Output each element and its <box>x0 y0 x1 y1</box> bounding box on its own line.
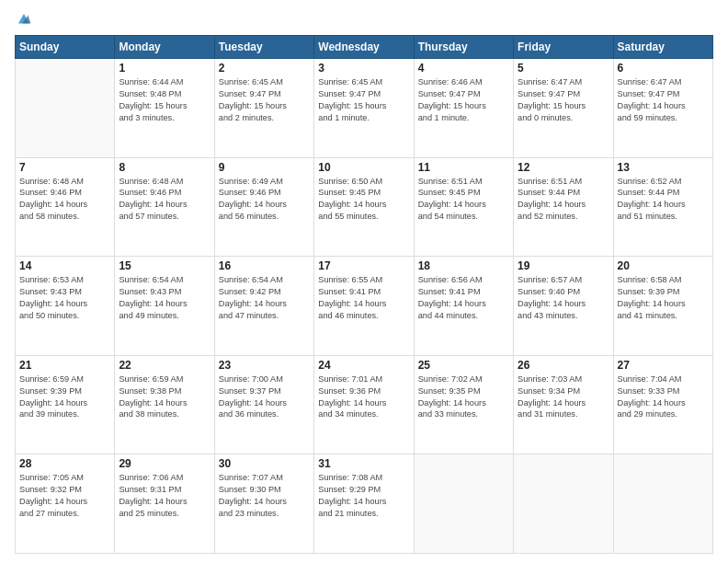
weekday-header-monday: Monday <box>115 36 214 59</box>
calendar-cell <box>514 454 613 554</box>
day-number: 9 <box>219 161 310 174</box>
day-info: Sunrise: 6:45 AMSunset: 9:47 PMDaylight:… <box>318 76 409 124</box>
calendar-cell: 11Sunrise: 6:51 AMSunset: 9:45 PMDayligh… <box>414 157 513 257</box>
day-info: Sunrise: 6:50 AMSunset: 9:45 PMDaylight:… <box>318 176 409 224</box>
header <box>15 11 713 28</box>
calendar-cell: 4Sunrise: 6:46 AMSunset: 9:47 PMDaylight… <box>414 59 513 158</box>
calendar-cell: 25Sunrise: 7:02 AMSunset: 9:35 PMDayligh… <box>414 355 513 454</box>
calendar-cell: 6Sunrise: 6:47 AMSunset: 9:47 PMDaylight… <box>613 59 712 158</box>
day-info: Sunrise: 6:48 AMSunset: 9:46 PMDaylight:… <box>19 176 110 224</box>
calendar-cell: 3Sunrise: 6:45 AMSunset: 9:47 PMDaylight… <box>314 59 414 158</box>
calendar-cell: 22Sunrise: 6:59 AMSunset: 9:38 PMDayligh… <box>115 355 214 454</box>
day-number: 12 <box>518 161 609 174</box>
calendar-cell: 18Sunrise: 6:56 AMSunset: 9:41 PMDayligh… <box>414 257 513 356</box>
day-info: Sunrise: 6:59 AMSunset: 9:38 PMDaylight:… <box>119 373 210 421</box>
day-info: Sunrise: 6:49 AMSunset: 9:46 PMDaylight:… <box>219 176 310 224</box>
day-number: 14 <box>19 259 110 272</box>
day-info: Sunrise: 7:07 AMSunset: 9:30 PMDaylight:… <box>219 472 310 520</box>
calendar-cell: 5Sunrise: 6:47 AMSunset: 9:47 PMDaylight… <box>514 59 613 158</box>
page: SundayMondayTuesdayWednesdayThursdayFrid… <box>0 0 728 563</box>
weekday-header-tuesday: Tuesday <box>214 36 313 59</box>
day-number: 17 <box>318 259 409 272</box>
day-number: 11 <box>418 161 509 174</box>
day-number: 18 <box>418 259 509 272</box>
day-info: Sunrise: 6:58 AMSunset: 9:39 PMDaylight:… <box>618 274 709 322</box>
day-number: 27 <box>618 359 709 372</box>
day-info: Sunrise: 7:02 AMSunset: 9:35 PMDaylight:… <box>418 373 509 421</box>
calendar-cell: 16Sunrise: 6:54 AMSunset: 9:42 PMDayligh… <box>214 257 313 356</box>
day-number: 19 <box>518 259 609 272</box>
calendar-cell: 27Sunrise: 7:04 AMSunset: 9:33 PMDayligh… <box>613 355 712 454</box>
day-number: 30 <box>219 457 310 470</box>
calendar-cell: 2Sunrise: 6:45 AMSunset: 9:47 PMDaylight… <box>214 59 313 158</box>
day-info: Sunrise: 6:55 AMSunset: 9:41 PMDaylight:… <box>318 274 409 322</box>
day-info: Sunrise: 6:54 AMSunset: 9:43 PMDaylight:… <box>119 274 210 322</box>
day-number: 2 <box>219 62 310 75</box>
day-number: 23 <box>219 359 310 372</box>
calendar-cell: 9Sunrise: 6:49 AMSunset: 9:46 PMDaylight… <box>214 157 313 257</box>
day-number: 15 <box>119 259 210 272</box>
calendar-week-5: 28Sunrise: 7:05 AMSunset: 9:32 PMDayligh… <box>16 454 713 554</box>
calendar-table: SundayMondayTuesdayWednesdayThursdayFrid… <box>15 35 713 554</box>
day-info: Sunrise: 7:01 AMSunset: 9:36 PMDaylight:… <box>318 373 409 421</box>
calendar-cell <box>613 454 712 554</box>
day-number: 25 <box>418 359 509 372</box>
day-number: 6 <box>618 62 709 75</box>
calendar-cell: 20Sunrise: 6:58 AMSunset: 9:39 PMDayligh… <box>613 257 712 356</box>
day-info: Sunrise: 7:08 AMSunset: 9:29 PMDaylight:… <box>318 472 409 520</box>
day-number: 20 <box>618 259 709 272</box>
calendar-cell: 17Sunrise: 6:55 AMSunset: 9:41 PMDayligh… <box>314 257 414 356</box>
calendar-cell: 13Sunrise: 6:52 AMSunset: 9:44 PMDayligh… <box>613 157 712 257</box>
day-number: 10 <box>318 161 409 174</box>
calendar-cell: 23Sunrise: 7:00 AMSunset: 9:37 PMDayligh… <box>214 355 313 454</box>
calendar-cell: 28Sunrise: 7:05 AMSunset: 9:32 PMDayligh… <box>16 454 115 554</box>
day-number: 1 <box>119 62 210 75</box>
day-number: 3 <box>318 62 409 75</box>
day-number: 24 <box>318 359 409 372</box>
calendar-cell: 14Sunrise: 6:53 AMSunset: 9:43 PMDayligh… <box>16 257 115 356</box>
day-info: Sunrise: 7:04 AMSunset: 9:33 PMDaylight:… <box>618 373 709 421</box>
calendar-cell: 31Sunrise: 7:08 AMSunset: 9:29 PMDayligh… <box>314 454 414 554</box>
day-number: 29 <box>119 457 210 470</box>
day-number: 7 <box>19 161 110 174</box>
day-info: Sunrise: 6:59 AMSunset: 9:39 PMDaylight:… <box>19 373 110 421</box>
calendar-cell: 10Sunrise: 6:50 AMSunset: 9:45 PMDayligh… <box>314 157 414 257</box>
calendar-cell: 8Sunrise: 6:48 AMSunset: 9:46 PMDaylight… <box>115 157 214 257</box>
calendar-header-row: SundayMondayTuesdayWednesdayThursdayFrid… <box>16 36 713 59</box>
day-number: 31 <box>318 457 409 470</box>
day-info: Sunrise: 6:57 AMSunset: 9:40 PMDaylight:… <box>518 274 609 322</box>
day-number: 5 <box>518 62 609 75</box>
day-info: Sunrise: 6:46 AMSunset: 9:47 PMDaylight:… <box>418 76 509 124</box>
logo <box>15 11 32 28</box>
weekday-header-sunday: Sunday <box>16 36 115 59</box>
weekday-header-saturday: Saturday <box>613 36 712 59</box>
day-number: 28 <box>19 457 110 470</box>
day-number: 26 <box>518 359 609 372</box>
day-info: Sunrise: 7:06 AMSunset: 9:31 PMDaylight:… <box>119 472 210 520</box>
calendar-cell: 29Sunrise: 7:06 AMSunset: 9:31 PMDayligh… <box>115 454 214 554</box>
weekday-header-thursday: Thursday <box>414 36 513 59</box>
day-number: 4 <box>418 62 509 75</box>
calendar-week-4: 21Sunrise: 6:59 AMSunset: 9:39 PMDayligh… <box>16 355 713 454</box>
day-number: 16 <box>219 259 310 272</box>
calendar-week-2: 7Sunrise: 6:48 AMSunset: 9:46 PMDaylight… <box>16 157 713 257</box>
calendar-week-3: 14Sunrise: 6:53 AMSunset: 9:43 PMDayligh… <box>16 257 713 356</box>
calendar-cell <box>16 59 115 158</box>
calendar-cell: 21Sunrise: 6:59 AMSunset: 9:39 PMDayligh… <box>16 355 115 454</box>
calendar-cell: 24Sunrise: 7:01 AMSunset: 9:36 PMDayligh… <box>314 355 414 454</box>
logo-icon <box>16 11 32 28</box>
calendar-cell: 15Sunrise: 6:54 AMSunset: 9:43 PMDayligh… <box>115 257 214 356</box>
calendar-cell: 26Sunrise: 7:03 AMSunset: 9:34 PMDayligh… <box>514 355 613 454</box>
day-info: Sunrise: 6:56 AMSunset: 9:41 PMDaylight:… <box>418 274 509 322</box>
day-info: Sunrise: 6:45 AMSunset: 9:47 PMDaylight:… <box>219 76 310 124</box>
day-info: Sunrise: 6:53 AMSunset: 9:43 PMDaylight:… <box>19 274 110 322</box>
day-info: Sunrise: 6:51 AMSunset: 9:45 PMDaylight:… <box>418 176 509 224</box>
day-info: Sunrise: 6:52 AMSunset: 9:44 PMDaylight:… <box>618 176 709 224</box>
calendar-cell: 12Sunrise: 6:51 AMSunset: 9:44 PMDayligh… <box>514 157 613 257</box>
weekday-header-friday: Friday <box>514 36 613 59</box>
day-info: Sunrise: 7:03 AMSunset: 9:34 PMDaylight:… <box>518 373 609 421</box>
day-info: Sunrise: 6:54 AMSunset: 9:42 PMDaylight:… <box>219 274 310 322</box>
weekday-header-wednesday: Wednesday <box>314 36 414 59</box>
calendar-cell: 19Sunrise: 6:57 AMSunset: 9:40 PMDayligh… <box>514 257 613 356</box>
day-info: Sunrise: 7:00 AMSunset: 9:37 PMDaylight:… <box>219 373 310 421</box>
